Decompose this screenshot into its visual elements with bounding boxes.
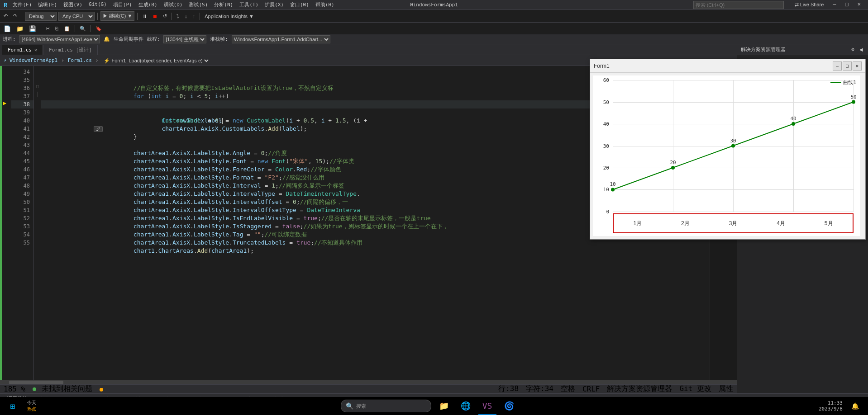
stop-btn[interactable]: ⏹	[151, 13, 159, 20]
open-file-btn[interactable]: 📁	[14, 24, 25, 33]
ln-41: 41	[11, 125, 33, 133]
menu-view[interactable]: 视图(V)	[61, 0, 85, 9]
menu-tools[interactable]: 工具(T)	[237, 0, 261, 9]
undo-btn[interactable]: ↶	[2, 12, 10, 20]
horizontal-scrollbar[interactable]	[0, 380, 737, 384]
redo-btn[interactable]: ↷	[11, 12, 19, 20]
fold-area: □ │	[34, 66, 41, 380]
debug-mode-dropdown[interactable]: Debug	[25, 12, 57, 21]
scrollbar-thumb[interactable]	[9, 381, 63, 384]
restart-btn[interactable]: ↺	[161, 12, 169, 20]
menu-bar: 文件(F) 编辑(E) 视图(V) Git(G) 项目(P) 生成(B) 调试(…	[10, 0, 337, 9]
ln-44: 44	[11, 149, 33, 157]
breakpoint-gutter[interactable]: ▶	[2, 66, 11, 380]
app-title: WindowsFormsApp1	[410, 2, 458, 8]
play-btn[interactable]: ▶ 继续(C) ▼	[100, 11, 134, 21]
menu-help[interactable]: 帮助(H)	[313, 0, 337, 9]
tab-close-btn[interactable]: ✕	[34, 47, 37, 52]
menu-analyze[interactable]: 分析(N)	[211, 0, 236, 9]
editor-statusbar: 185 % 未找到相关问题 行:38 字符:34 空格 CRLF 解决方案资源管…	[0, 384, 737, 393]
method-dropdown[interactable]: ⚡ Form1_Load(object sender, EventArgs e)	[102, 57, 210, 64]
ln-53: 53	[11, 222, 33, 231]
thread-dropdown[interactable]: [13044] 主线程	[163, 35, 206, 43]
fold-36[interactable]: □	[34, 82, 41, 90]
fold-34	[34, 66, 41, 74]
taskbar-vs[interactable]: VS	[478, 397, 496, 415]
taskbar-right: 11:33 2023/9/8 🔔	[819, 397, 864, 415]
gutter-line-55	[2, 237, 11, 245]
tab-form1design[interactable]: Form1.cs [设计]	[43, 45, 98, 55]
x-label-5: 5月	[805, 220, 853, 227]
menu-project[interactable]: 项目(P)	[110, 0, 135, 9]
legend-line	[830, 82, 841, 83]
menu-file[interactable]: 文件(F)	[10, 0, 34, 9]
today-label: 今天	[27, 400, 36, 406]
cut-btn[interactable]: ✂	[44, 25, 52, 33]
form1-maximize[interactable]: □	[843, 61, 852, 71]
datapoint-1	[671, 166, 675, 170]
tab-form1cs[interactable]: Form1.cs ✕	[2, 45, 43, 55]
form1-close[interactable]: ✕	[853, 61, 862, 71]
chart-container: 曲线1	[593, 75, 860, 236]
fold-39	[34, 107, 41, 115]
find-btn[interactable]: 🔍	[78, 25, 88, 33]
taskbar-file-explorer[interactable]: 📁	[435, 397, 453, 415]
step-over-btn[interactable]: ⤵	[175, 13, 181, 20]
process-dropdown[interactable]: [4664] WindowsFormsApp1.exe	[19, 35, 100, 43]
taskbar-search[interactable]: 🔍 搜索	[341, 400, 431, 412]
pause-btn[interactable]: ⏸	[140, 13, 149, 20]
menu-extensions[interactable]: 扩展(X)	[262, 0, 286, 9]
menu-test[interactable]: 测试(S)	[186, 0, 210, 9]
chart-plot-area: 10 20 30 40 50	[613, 80, 854, 212]
taskbar-edge[interactable]: 🌐	[457, 397, 475, 415]
properties-link[interactable]: 属性	[719, 384, 733, 393]
step-into-btn[interactable]: ↓	[183, 13, 189, 20]
menu-edit[interactable]: 编辑(E)	[35, 0, 60, 9]
solution-mgr-link[interactable]: 解决方案资源管理器	[607, 384, 672, 393]
news-widget[interactable]: 今天 热点	[24, 400, 40, 412]
breadcrumb-file: Form1.cs	[68, 57, 92, 63]
new-file-btn[interactable]: 📄	[2, 24, 13, 33]
location-dropdown[interactable]: WindowsFormsApp1.Form1.AddChart...	[232, 35, 330, 43]
y-label-30: 30	[603, 143, 609, 149]
paste-btn[interactable]: 📋	[62, 25, 72, 33]
taskbar-chrome[interactable]: 🌀	[500, 397, 518, 415]
copy-btn[interactable]: ⎘	[53, 25, 60, 32]
app-insights-btn[interactable]: Application Insights ▼	[203, 13, 256, 20]
edge-icon: 🌐	[461, 401, 471, 410]
form1-minimize[interactable]: —	[833, 61, 842, 71]
maximize-btn[interactable]: □	[842, 1, 852, 9]
start-btn[interactable]: ⊞	[4, 397, 22, 415]
minimize-btn[interactable]: —	[829, 1, 839, 9]
y-label-60: 60	[603, 77, 609, 83]
gutter-line-54	[2, 229, 11, 237]
system-clock[interactable]: 11:33 2023/9/8	[819, 400, 843, 412]
save-btn[interactable]: 💾	[27, 24, 38, 33]
menu-debug[interactable]: 调试(D)	[161, 0, 186, 9]
vs-logo: R	[4, 1, 7, 9]
global-search-input[interactable]	[693, 1, 784, 9]
menu-build[interactable]: 生成(B)	[136, 0, 160, 9]
process-bar: 进程: [4664] WindowsFormsApp1.exe 🔔 生命周期事件…	[0, 34, 868, 44]
bookmark-btn[interactable]: 🔖	[94, 25, 104, 33]
live-share-btn[interactable]: ⇄ Live Share	[791, 1, 828, 9]
cpu-dropdown[interactable]: Any CPU	[58, 12, 95, 21]
notification-btn[interactable]: 🔔	[846, 397, 864, 415]
solution-toolbar-btn2[interactable]: ◀	[858, 47, 864, 52]
menu-git[interactable]: Git(G)	[86, 0, 110, 9]
step-out-btn[interactable]: ↑	[191, 13, 197, 20]
datapoint-2	[731, 144, 735, 148]
sep3	[137, 13, 138, 20]
gutter-line-34	[2, 66, 11, 74]
file-explorer-icon: 📁	[439, 401, 449, 410]
ln-51: 51	[11, 206, 33, 214]
git-changes-link[interactable]: Git 更改	[679, 384, 711, 393]
lifecycle-label: 🔔	[104, 36, 110, 42]
char-col: 字符:34	[526, 384, 553, 393]
menu-window[interactable]: 窗口(W)	[287, 0, 312, 9]
y-label-20: 20	[603, 165, 609, 171]
close-btn[interactable]: ✕	[854, 1, 864, 9]
line-numbers: 34 35 36 37 38 39 40 41 42 43 44 45 46 4…	[11, 66, 34, 380]
taskbar-left: ⊞ 今天 热点	[4, 397, 40, 415]
solution-toolbar-btn1[interactable]: ⚙	[849, 47, 856, 52]
